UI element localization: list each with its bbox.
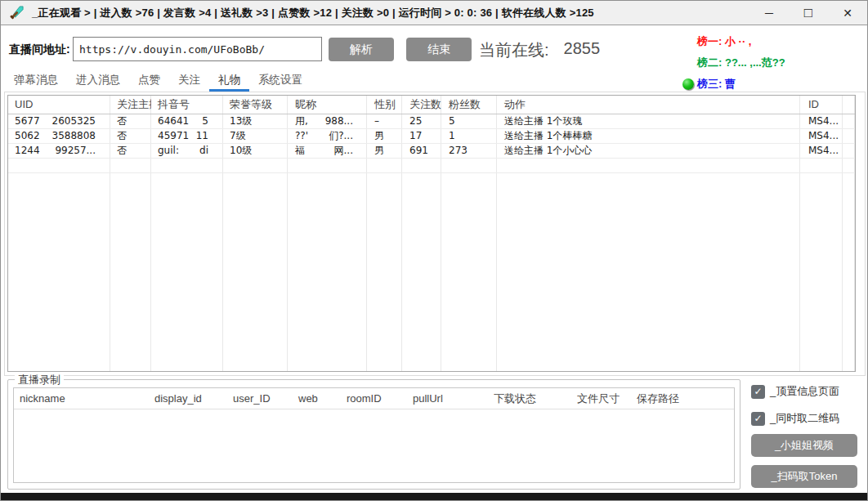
gift-cell: 56772605325 <box>8 114 110 128</box>
cell-part: 3588808 <box>52 129 104 143</box>
recording-col-header[interactable]: 下载状态 <box>488 388 571 409</box>
gift-cell: 17 <box>403 129 442 143</box>
gift-col-header[interactable]: 抖音号 <box>151 96 223 114</box>
gift-col-header[interactable]: 动作 <box>498 96 802 114</box>
maximize-icon[interactable]: □ <box>789 1 828 25</box>
gift-cell: 送给主播 1个棒棒糖 <box>498 129 802 143</box>
room-url-input[interactable] <box>73 37 322 61</box>
app-window: _正在观看 > | 进入数 >76 | 发言数 >4 | 送礼数 >3 | 点赞… <box>0 0 868 501</box>
ranking-item-1: 榜一: 小 ·· , <box>697 31 865 52</box>
cell-part: 5677 <box>15 114 40 128</box>
cell-part: 用, <box>295 114 308 128</box>
ranking-label: 榜三: <box>697 78 725 90</box>
ranking-name: ??... ,...范?? <box>725 56 785 69</box>
gift-col-header[interactable]: 关注主播 <box>110 96 151 114</box>
gift-cell: 124499257... <box>8 144 110 158</box>
diamond-sword-app-icon <box>9 5 25 20</box>
gift-col-header[interactable]: ID <box>802 96 844 114</box>
tab-likes[interactable]: 点赞 <box>129 70 169 92</box>
ranking-label: 榜一: <box>697 35 725 47</box>
cell-part: 网... <box>334 144 361 158</box>
checkmark-icon[interactable]: ✓ <box>751 385 765 399</box>
checkmark-icon[interactable]: ✓ <box>751 412 765 426</box>
checkbox-label: _同时取二维码 <box>770 411 839 426</box>
top-rankings: 榜一: 小 ·· ,榜二: ??... ,...范??榜三: 曹 <box>697 31 865 95</box>
tab-system-settings[interactable]: 系统设置 <box>249 70 311 92</box>
cell-part: 福 <box>295 144 305 158</box>
recording-col-header[interactable]: user_ID <box>227 388 293 409</box>
tab-bar: 弹幕消息进入消息点赞关注礼物系统设置 <box>5 70 311 92</box>
cell-part: 5 <box>202 114 217 128</box>
gift-cell: – <box>368 114 403 128</box>
main-content: 直播间地址: 解析 结束 当前在线: 2855 榜一: 小 ·· ,榜二: ??… <box>1 25 867 494</box>
gift-cell: 13级 <box>223 114 289 128</box>
recording-table[interactable]: nicknamedisplay_iduser_IDwebroomIDpullUr… <box>13 387 735 483</box>
gift-cell: MS4... <box>802 114 844 128</box>
gift-cell: 10级 <box>223 144 289 158</box>
gift-cell: ??'们?... <box>289 129 368 143</box>
gift-col-header[interactable]: UID <box>8 96 110 114</box>
window-controls: ─ □ ✕ <box>749 1 867 25</box>
ranking-name: 曹 <box>725 78 736 90</box>
cell-part: ??' <box>295 129 308 143</box>
gift-cell: 1 <box>442 129 498 143</box>
gift-table-header: UID关注主播抖音号荣誉等级昵称性别关注数粉丝数动作ID <box>8 96 855 114</box>
gift-cell: 送给主播 1个小心心 <box>498 144 802 158</box>
gift-row[interactable]: 56772605325否64641513级用,988...–255送给主播 1个… <box>8 114 855 129</box>
recording-col-header[interactable]: 保存路径 <box>631 388 734 409</box>
cell-part: 45971 <box>158 129 189 143</box>
checkbox-label: _顶置信息页面 <box>770 384 839 399</box>
current-online-label: 当前在线: <box>479 39 549 61</box>
gift-col-header[interactable]: 关注数 <box>403 96 442 114</box>
cell-part: 1244 <box>15 144 40 158</box>
cell-part: 5062 <box>15 129 40 143</box>
gift-cell: 否 <box>110 114 151 128</box>
recording-col-header[interactable]: pullUrl <box>407 388 488 409</box>
recording-col-header[interactable]: 文件尺寸 <box>571 388 631 409</box>
titlebar[interactable]: _正在观看 > | 进入数 >76 | 发言数 >4 | 送礼数 >3 | 点赞… <box>1 1 867 25</box>
scan-token-button[interactable]: _扫码取Token <box>751 465 857 488</box>
cell-part: di <box>199 144 217 158</box>
gift-row[interactable]: 50623588808否45971117级??'们?...男171送给主播 1个… <box>8 129 855 144</box>
end-button[interactable]: 结束 <box>406 38 472 61</box>
window-title: _正在观看 > | 进入数 >76 | 发言数 >4 | 送礼数 >3 | 点赞… <box>32 6 594 20</box>
checkbox-pin-info-page[interactable]: ✓_顶置信息页面 <box>751 384 839 399</box>
tab-danmu-messages[interactable]: 弹幕消息 <box>5 70 67 92</box>
gift-cell: 福网... <box>289 144 368 158</box>
gift-col-header[interactable]: 性别 <box>368 96 403 114</box>
recording-groupbox: 直播录制 nicknamedisplay_iduser_IDwebroomIDp… <box>7 379 740 490</box>
gift-col-header[interactable]: 荣誉等级 <box>223 96 289 114</box>
recording-col-header[interactable]: web <box>293 388 341 409</box>
girl-video-button[interactable]: _小姐姐视频 <box>751 434 857 457</box>
gift-cell: MS4... <box>802 144 844 158</box>
gift-cell: 50623588808 <box>8 129 110 143</box>
gift-col-header[interactable]: 昵称 <box>289 96 368 114</box>
gift-table[interactable]: UID关注主播抖音号荣誉等级昵称性别关注数粉丝数动作ID 56772605325… <box>7 95 856 372</box>
checkbox-also-get-qrcode[interactable]: ✓_同时取二维码 <box>751 411 839 426</box>
parse-button[interactable]: 解析 <box>329 38 394 61</box>
recording-col-header[interactable]: display_id <box>149 388 227 409</box>
gift-row[interactable]: 124499257...否guil:di10级福网...男691273送给主播 … <box>8 144 855 159</box>
gift-col-header[interactable]: 粉丝数 <box>442 96 498 114</box>
ranking-label: 榜二: <box>697 56 725 69</box>
recording-col-header[interactable]: roomID <box>341 388 407 409</box>
gift-cell: 男 <box>368 144 403 158</box>
gift-cell: 273 <box>442 144 498 158</box>
gift-row-empty <box>8 159 855 173</box>
cell-part: 11 <box>196 129 217 143</box>
cell-part: guil: <box>158 144 179 158</box>
minimize-icon[interactable]: ─ <box>749 1 789 25</box>
cell-part: 99257... <box>55 144 104 158</box>
gift-cell: 送给主播 1个玫瑰 <box>498 114 802 128</box>
close-icon[interactable]: ✕ <box>828 1 867 25</box>
gift-cell: 5 <box>442 114 498 128</box>
gift-table-rows: 56772605325否64641513级用,988...–255送给主播 1个… <box>8 114 855 173</box>
recording-col-header[interactable]: nickname <box>14 388 149 409</box>
gift-cell: guil:di <box>151 144 223 158</box>
tab-enter-messages[interactable]: 进入消息 <box>67 70 129 92</box>
tab-gifts[interactable]: 礼物 <box>209 70 249 92</box>
gift-cell: 男 <box>368 129 403 143</box>
tab-follows[interactable]: 关注 <box>169 70 209 92</box>
gift-cell: 用,988... <box>289 114 368 128</box>
ranking-item-2: 榜二: ??... ,...范?? <box>697 52 865 74</box>
